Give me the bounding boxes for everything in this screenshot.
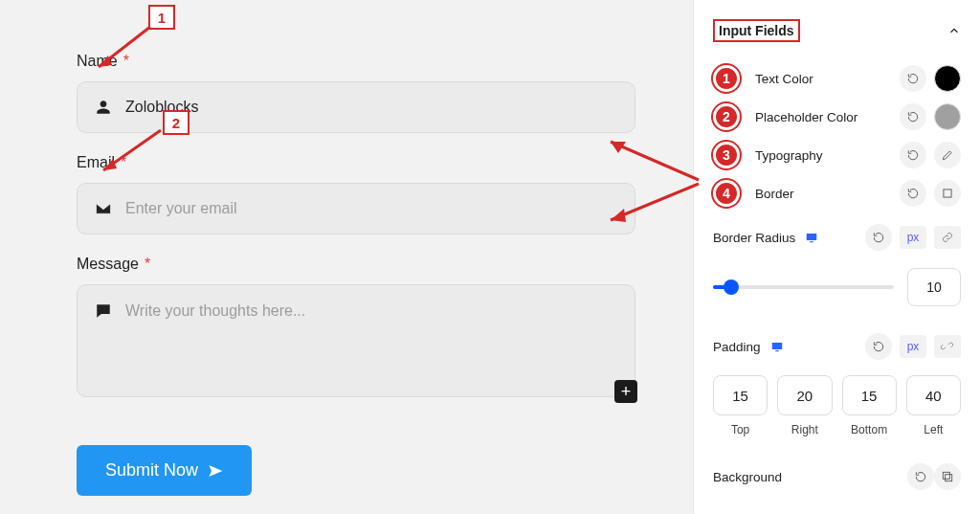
row-placeholder-color: 2 Placeholder Color	[713, 98, 961, 136]
label-border-radius: Border Radius	[713, 231, 795, 245]
label-padding: Padding	[713, 340, 761, 354]
email-input[interactable]: Enter your email	[77, 183, 635, 235]
svg-rect-12	[775, 350, 779, 351]
message-input[interactable]: Write your thoughts here...	[77, 284, 635, 397]
row-border-radius: Border Radius px	[713, 218, 961, 257]
annotation-badge-1: 1	[713, 65, 740, 92]
send-icon	[208, 463, 223, 479]
border-radius-control: 10	[713, 268, 961, 306]
row-typography: 3 Typography	[713, 136, 961, 174]
padding-top-label: Top	[731, 423, 749, 436]
row-padding: Padding px	[713, 327, 961, 366]
border-settings-button[interactable]	[934, 180, 961, 207]
style-sidebar: Input Fields 1 Text Color 2 Placeholder …	[693, 0, 980, 514]
padding-grid: 15 Top 20 Right 15 Bottom 40 Left	[713, 375, 961, 436]
border-radius-slider[interactable]	[713, 285, 894, 289]
padding-left-input[interactable]: 40	[906, 375, 961, 415]
reset-button[interactable]	[907, 463, 934, 490]
user-icon	[95, 99, 112, 116]
svg-rect-10	[811, 241, 814, 242]
color-swatch[interactable]	[934, 103, 961, 130]
annotation-box-1: 1	[148, 5, 175, 30]
padding-right-input[interactable]: 20	[777, 375, 832, 415]
row-text-color: 1 Text Color	[713, 59, 961, 98]
email-placeholder: Enter your email	[125, 200, 617, 217]
device-icon[interactable]	[768, 338, 786, 355]
label-message: Message	[77, 256, 139, 273]
form-area: Name * Zoloblocks Email * Enter your ema…	[0, 0, 693, 514]
reset-button[interactable]	[900, 142, 926, 168]
border-radius-value[interactable]: 10	[907, 268, 961, 306]
edit-button[interactable]	[934, 142, 961, 168]
label-email: Email	[77, 154, 115, 171]
annotation-badge-2: 2	[713, 103, 740, 130]
svg-rect-14	[943, 472, 949, 479]
unit-select[interactable]: px	[900, 335, 926, 358]
svg-rect-13	[946, 475, 952, 481]
row-border: 4 Border	[713, 174, 961, 212]
label-background: Background	[713, 470, 782, 484]
padding-left-label: Left	[924, 423, 943, 436]
chevron-up-icon	[947, 24, 961, 37]
label-placeholder-color: Placeholder Color	[755, 110, 858, 124]
required-indicator: *	[145, 256, 150, 273]
svg-rect-11	[771, 343, 782, 349]
link-values-button[interactable]	[934, 226, 961, 249]
message-placeholder: Write your thoughts here...	[125, 302, 617, 320]
padding-bottom-label: Bottom	[851, 423, 887, 436]
add-block-button[interactable]: +	[614, 380, 637, 403]
label-border: Border	[755, 187, 794, 201]
section-title: Input Fields	[713, 19, 800, 42]
padding-top-input[interactable]: 15	[713, 375, 768, 415]
name-input[interactable]: Zoloblocks	[77, 81, 635, 133]
reset-button[interactable]	[900, 65, 926, 92]
padding-right-label: Right	[791, 423, 818, 436]
reset-button[interactable]	[865, 224, 892, 251]
reset-button[interactable]	[900, 180, 926, 207]
color-swatch[interactable]	[934, 65, 961, 92]
label-text-color: Text Color	[755, 72, 813, 86]
copy-button[interactable]	[934, 463, 961, 490]
submit-label: Submit Now	[105, 460, 198, 480]
row-background: Background	[713, 463, 961, 490]
section-header[interactable]: Input Fields	[713, 15, 961, 59]
reset-button[interactable]	[865, 333, 892, 360]
field-name: Name * Zoloblocks	[77, 53, 635, 133]
chat-icon	[95, 302, 112, 320]
required-indicator: *	[121, 154, 126, 171]
field-email: Email * Enter your email	[77, 154, 635, 235]
unit-select[interactable]: px	[900, 226, 926, 249]
svg-rect-8	[944, 190, 951, 197]
padding-bottom-input[interactable]: 15	[842, 375, 897, 415]
label-name: Name	[77, 53, 118, 70]
annotation-badge-3: 3	[713, 142, 740, 168]
label-typography: Typography	[755, 148, 823, 163]
device-icon[interactable]	[803, 229, 820, 246]
unlink-values-button[interactable]	[934, 335, 961, 358]
required-indicator: *	[123, 53, 129, 70]
field-message: Message * Write your thoughts here... +	[77, 256, 635, 397]
annotation-badge-4: 4	[713, 180, 740, 207]
submit-button[interactable]: Submit Now	[77, 445, 252, 496]
name-value: Zoloblocks	[125, 99, 617, 116]
reset-button[interactable]	[900, 103, 926, 130]
envelope-icon	[95, 200, 112, 217]
svg-rect-9	[807, 234, 817, 240]
